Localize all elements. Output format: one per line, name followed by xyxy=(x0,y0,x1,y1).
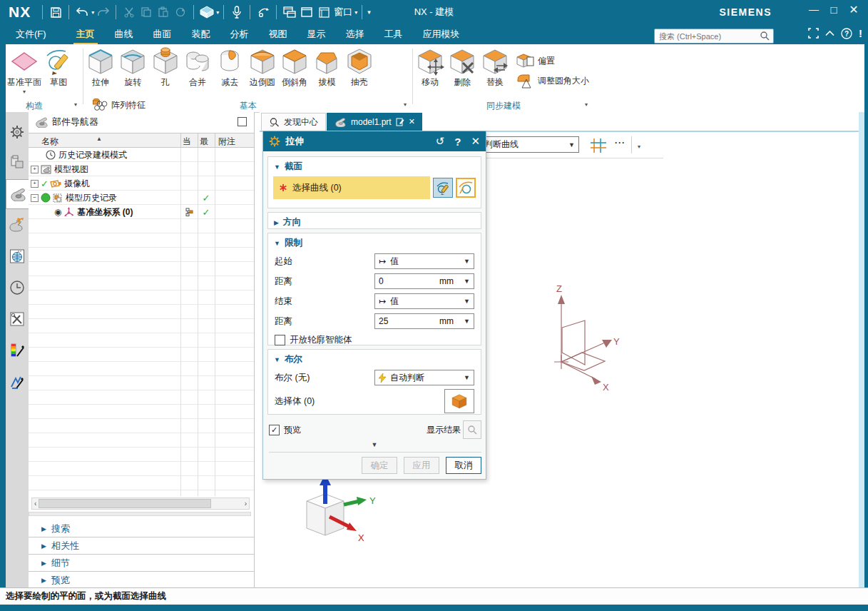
window-menu-icon[interactable] xyxy=(315,4,332,21)
button-offset-region[interactable]: 偏置 xyxy=(516,53,589,69)
group-sync-dropdown-icon[interactable]: ▾ xyxy=(585,101,588,108)
start-distance-input[interactable]: 0mm▼ xyxy=(374,273,474,289)
search-icon[interactable] xyxy=(760,31,770,41)
button-hole[interactable]: 孔 xyxy=(150,47,180,89)
process-tools-icon[interactable] xyxy=(6,305,28,333)
sketch-section-button[interactable] xyxy=(433,178,453,198)
tab-analysis[interactable]: 分析 xyxy=(220,25,259,44)
minimize-button[interactable]: — xyxy=(804,0,824,19)
button-unite[interactable]: 合并 xyxy=(183,47,213,89)
view-orient-icon[interactable] xyxy=(198,4,215,21)
dialog-collapse-icon[interactable]: ▼ xyxy=(263,441,486,448)
start-limit-dropdown[interactable]: ↦值▼ xyxy=(374,253,474,269)
button-sketch[interactable]: 草图 xyxy=(44,47,73,89)
copy-icon[interactable] xyxy=(138,4,155,21)
button-move-face[interactable]: 移动 xyxy=(415,47,445,89)
redo-icon[interactable] xyxy=(94,4,111,21)
section-search[interactable]: ▶搜索 xyxy=(29,520,254,537)
snap-point-icon[interactable] xyxy=(589,137,608,156)
button-shell[interactable]: 抽壳 xyxy=(344,47,374,89)
tab-application[interactable]: 应用模块 xyxy=(413,25,470,44)
help-icon[interactable]: ? xyxy=(841,28,852,39)
expand-model-views-icon[interactable]: + xyxy=(31,166,39,173)
button-edge-blend[interactable]: 边倒圆 xyxy=(247,47,277,89)
tab-assembly[interactable]: 装配 xyxy=(182,25,220,44)
button-replace-face[interactable]: 替换 xyxy=(480,47,510,89)
window-menu-dropdown-icon[interactable]: ▾ xyxy=(354,9,357,16)
assembly-navigator-icon[interactable] xyxy=(6,148,28,177)
datum-csys-graphic[interactable]: Z Y X xyxy=(528,282,649,396)
section-dependencies[interactable]: ▶相关性 xyxy=(29,537,254,555)
boolean-group-header[interactable]: ▼布尔 xyxy=(268,350,481,368)
tab-home[interactable]: 主页 xyxy=(66,25,105,44)
end-limit-dropdown[interactable]: ↦值▼ xyxy=(374,293,474,309)
group-basic-dropdown-icon[interactable]: ▾ xyxy=(404,101,407,108)
button-subtract[interactable]: 减去 xyxy=(215,47,245,89)
dialog-close-icon[interactable]: ✕ xyxy=(471,135,480,148)
button-datum-plane[interactable]: 基准平面 ▾ xyxy=(7,47,41,95)
select-body-button[interactable] xyxy=(444,389,474,413)
window-menu-label[interactable]: 窗口 xyxy=(334,6,352,19)
dialog-reset-icon[interactable]: ↺ xyxy=(436,135,445,148)
tab-model1-prt[interactable]: model1.prt ✕ xyxy=(327,113,422,131)
group-construct-dropdown-icon[interactable]: ▾ xyxy=(74,101,77,108)
column-latest[interactable]: 最 xyxy=(200,136,208,148)
scroll-right-icon[interactable]: › xyxy=(242,500,249,508)
tab-tools[interactable]: 工具 xyxy=(374,25,413,44)
tab-discovery-center[interactable]: 发现中心 xyxy=(261,113,326,131)
repeat-command-icon[interactable] xyxy=(172,4,189,21)
tab-view[interactable]: 视图 xyxy=(259,25,297,44)
button-delete-face[interactable]: 删除 xyxy=(447,47,477,89)
button-resize-blend[interactable]: 调整圆角大小 xyxy=(516,73,589,89)
tab-file[interactable]: 文件(F) xyxy=(6,25,56,44)
minimize-ribbon-icon[interactable] xyxy=(825,30,834,36)
maximize-button[interactable]: □ xyxy=(824,0,844,19)
open-profile-checkbox[interactable] xyxy=(275,335,285,345)
scrollbar-thumb[interactable] xyxy=(39,499,211,508)
tree-row-model-history[interactable]: − 模型历史记录 ✓ xyxy=(29,191,254,205)
maximize-window-icon[interactable] xyxy=(298,4,315,21)
tree-row-cameras[interactable]: + ✓ 摄像机 xyxy=(29,176,254,191)
fullscreen-icon[interactable] xyxy=(808,28,819,39)
tab-curve[interactable]: 曲线 xyxy=(105,25,143,44)
extrude-dialog-header[interactable]: 拉伸 ↺ ? ✕ xyxy=(263,131,486,151)
collapse-model-history-icon[interactable]: − xyxy=(31,194,39,202)
dialog-help-icon[interactable]: ? xyxy=(454,136,461,148)
boolean-dropdown[interactable]: 自动判断▼ xyxy=(374,370,474,385)
limits-group-header[interactable]: ▼限制 xyxy=(268,233,481,251)
tree-row-datum-csys[interactable]: ◉ 基准坐标系 (0) ✓ xyxy=(29,205,254,219)
end-distance-input[interactable]: 25mm▼ xyxy=(374,313,474,329)
tab-display[interactable]: 显示 xyxy=(297,25,336,44)
select-curve-field[interactable]: 选择曲线 (0) xyxy=(273,176,430,199)
tree-row-model-views[interactable]: + 模型视图 xyxy=(29,162,254,176)
button-revolve[interactable]: 旋转 xyxy=(118,47,148,89)
search-input[interactable] xyxy=(658,31,760,41)
save-icon[interactable] xyxy=(47,4,64,21)
constraint-navigator-icon[interactable] xyxy=(6,211,28,239)
toolbar-more-dropdown-icon[interactable]: ▾ xyxy=(638,143,640,150)
undo-icon[interactable] xyxy=(73,4,91,21)
column-name[interactable]: 名称 xyxy=(41,136,58,148)
section-preview[interactable]: ▶预览 xyxy=(29,572,254,589)
close-tab-icon[interactable]: ✕ xyxy=(409,117,415,126)
column-current[interactable]: 当 xyxy=(183,136,191,148)
visibility-eye-icon[interactable]: ◉ xyxy=(54,207,61,217)
sort-ascending-icon[interactable]: ▲ xyxy=(96,136,102,142)
more-options-icon[interactable]: ··· xyxy=(615,138,626,148)
web-browser-icon[interactable] xyxy=(6,242,28,271)
section-details[interactable]: ▶细节 xyxy=(29,555,254,572)
column-comment[interactable]: 附注 xyxy=(218,136,235,148)
color-palette-wand-icon[interactable] xyxy=(6,336,28,365)
view-orient-dropdown-icon[interactable]: ▾ xyxy=(216,9,219,16)
scroll-left-icon[interactable]: ‹ xyxy=(32,500,39,508)
tab-surface[interactable]: 曲面 xyxy=(143,25,182,44)
alerts-icon[interactable]: ! xyxy=(859,27,862,39)
button-chamfer[interactable]: 倒斜角 xyxy=(280,47,310,89)
visualization-wand-icon[interactable] xyxy=(6,368,28,396)
button-draft[interactable]: 拔模 xyxy=(312,47,342,89)
tab-selection[interactable]: 选择 xyxy=(336,25,374,44)
voice-command-icon[interactable] xyxy=(228,4,245,21)
ok-button[interactable]: 确定 xyxy=(362,457,397,474)
curve-section-button[interactable] xyxy=(456,178,476,198)
direction-group-header[interactable]: ▶方向 xyxy=(268,213,481,231)
